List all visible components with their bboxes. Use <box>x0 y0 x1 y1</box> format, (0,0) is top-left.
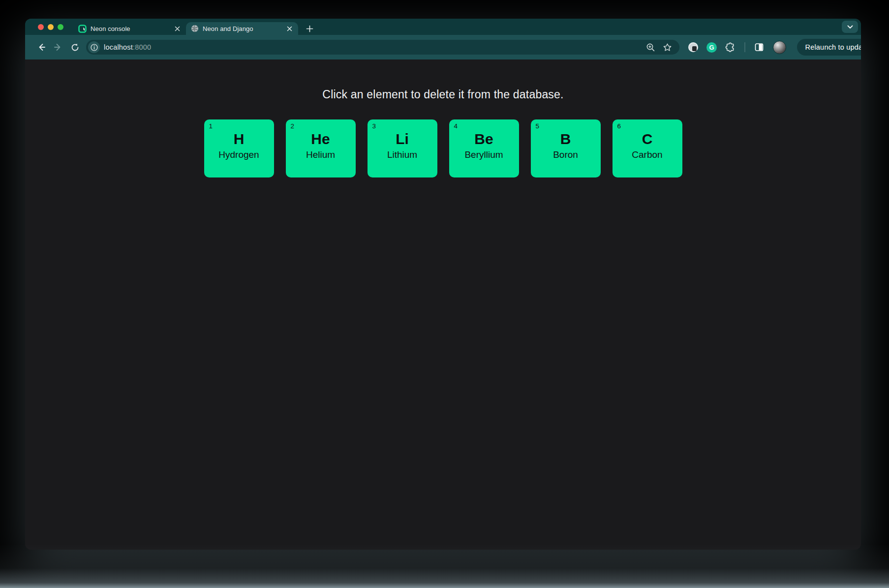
url-text: localhost:8000 <box>104 43 151 51</box>
site-info-button[interactable] <box>88 41 100 53</box>
element-card-beryllium[interactable]: 4 Be Beryllium <box>449 119 519 177</box>
neon-logo-icon <box>78 25 87 33</box>
atomic-number: 3 <box>372 123 432 130</box>
element-symbol: B <box>536 131 596 148</box>
element-name: Beryllium <box>454 149 514 160</box>
tab-search-button[interactable] <box>842 21 858 33</box>
zoom-in-icon <box>646 43 655 52</box>
relaunch-label: Relaunch to update <box>805 43 861 51</box>
extensions-puzzle-icon <box>725 42 736 53</box>
page-heading: Click an element to delete it from the d… <box>322 88 563 101</box>
atomic-number: 5 <box>536 123 596 130</box>
element-card-helium[interactable]: 2 He Helium <box>286 119 356 177</box>
tab-close-icon[interactable] <box>285 25 293 32</box>
side-panel-button[interactable] <box>753 41 766 54</box>
info-icon <box>91 44 98 51</box>
element-card-hydrogen[interactable]: 1 H Hydrogen <box>204 119 274 177</box>
element-symbol: Li <box>372 131 432 148</box>
window-minimize-button[interactable] <box>48 24 54 30</box>
element-name: Carbon <box>617 149 677 160</box>
bookmark-star-icon <box>663 43 672 52</box>
new-tab-button[interactable] <box>303 22 316 35</box>
tab-neon-console[interactable]: Neon console <box>74 22 186 35</box>
globe-icon <box>190 25 199 33</box>
tab-strip: Neon console Neon and Django <box>25 19 861 35</box>
tab-neon-and-django[interactable]: Neon and Django <box>186 22 298 35</box>
back-button[interactable] <box>34 40 49 55</box>
url-host: localhost <box>104 43 133 51</box>
forward-button[interactable] <box>51 40 65 55</box>
grammarly-icon[interactable]: G <box>705 41 718 54</box>
reload-icon <box>70 43 80 52</box>
element-name: Hydrogen <box>209 149 269 160</box>
reload-button[interactable] <box>67 40 82 55</box>
chevron-down-icon <box>847 25 853 29</box>
window-maximize-button[interactable] <box>58 24 63 30</box>
window-controls <box>25 19 74 35</box>
browser-window: Neon console Neon and Django <box>25 19 861 550</box>
extensions-area: G Relaunch to update <box>686 39 861 56</box>
atomic-number: 2 <box>291 123 351 130</box>
profile-avatar[interactable] <box>773 41 786 54</box>
element-name: Lithium <box>372 149 432 160</box>
atomic-number: 1 <box>209 123 269 130</box>
extensions-puzzle-button[interactable] <box>724 41 737 54</box>
tab-title: Neon console <box>91 25 169 32</box>
browser-toolbar: localhost:8000 G <box>25 35 861 59</box>
desktop-horizon-glow <box>0 544 889 588</box>
element-name: Helium <box>291 149 351 160</box>
side-panel-icon <box>754 42 764 52</box>
forward-icon <box>53 42 63 52</box>
url-port: :8000 <box>133 43 151 51</box>
page-content: Click an element to delete it from the d… <box>25 59 861 550</box>
toolbar-separator <box>744 42 745 52</box>
tab-close-icon[interactable] <box>173 25 181 32</box>
element-symbol: He <box>291 131 351 148</box>
bookmark-button[interactable] <box>661 41 674 54</box>
element-cards-row: 1 H Hydrogen 2 He Helium 3 Li Lithium 4 … <box>204 119 682 177</box>
element-card-lithium[interactable]: 3 Li Lithium <box>368 119 437 177</box>
atomic-number: 6 <box>617 123 677 130</box>
element-card-boron[interactable]: 5 B Boron <box>531 119 601 177</box>
back-icon <box>36 42 46 52</box>
element-symbol: H <box>209 131 269 148</box>
element-symbol: Be <box>454 131 514 148</box>
element-card-carbon[interactable]: 6 C Carbon <box>613 119 682 177</box>
zoom-button[interactable] <box>644 41 657 54</box>
address-bar[interactable]: localhost:8000 <box>86 40 679 55</box>
relaunch-to-update-button[interactable]: Relaunch to update <box>797 39 861 56</box>
password-extension-icon[interactable] <box>686 41 700 54</box>
atomic-number: 4 <box>454 123 514 130</box>
tab-title: Neon and Django <box>203 25 281 32</box>
element-symbol: C <box>617 131 677 148</box>
element-name: Boron <box>536 149 596 160</box>
window-close-button[interactable] <box>38 24 44 30</box>
